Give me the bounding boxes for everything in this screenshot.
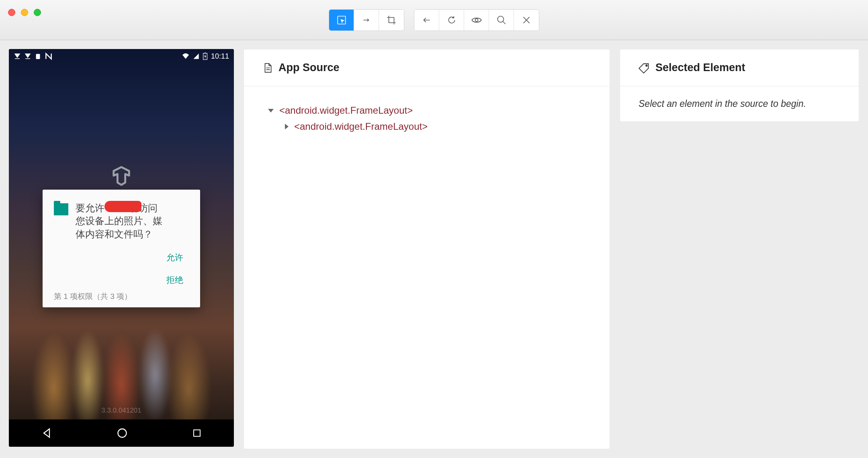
- svg-rect-4: [36, 54, 40, 59]
- svg-point-2: [475, 18, 478, 21]
- mode-button-group: [329, 9, 404, 31]
- permission-counter: 第 1 项权限（共 3 项）: [54, 291, 189, 302]
- app-logo: [110, 166, 133, 188]
- quit-button[interactable]: [514, 10, 539, 31]
- folder-icon: [54, 203, 68, 215]
- svg-point-3: [497, 16, 504, 22]
- tree-node-root: <android.widget.FrameLayout>: [279, 105, 413, 116]
- maximize-window-button[interactable]: [34, 9, 41, 16]
- selected-element-panel: Selected Element Select an element in th…: [620, 49, 859, 122]
- main-content: 10:11 要允许 动访问 您设备上的照片、媒 体内容和文件吗？ 允许 拒: [0, 40, 868, 458]
- permission-text: 要允许 动访问 您设备上的照片、媒 体内容和文件吗？: [76, 202, 162, 241]
- battery-icon: [203, 53, 208, 60]
- svg-rect-8: [194, 430, 200, 436]
- permission-line2: 您设备上的照片、媒: [76, 215, 162, 226]
- redaction-mark: [104, 201, 141, 212]
- swipe-button[interactable]: [354, 10, 379, 31]
- tree-toggle-closed[interactable]: [285, 124, 289, 129]
- file-icon: [262, 63, 273, 73]
- selected-element-title: Selected Element: [655, 61, 745, 74]
- close-icon: [521, 15, 532, 25]
- status-left-icons: [14, 52, 53, 60]
- eye-icon: [471, 14, 482, 26]
- tap-coordinates-button[interactable]: [379, 10, 404, 31]
- tree-node-child: <android.widget.FrameLayout>: [294, 121, 428, 132]
- minimize-window-button[interactable]: [21, 9, 28, 16]
- logo-icon: [110, 166, 133, 186]
- arrow-right-icon: [361, 15, 372, 25]
- permission-body: 要允许 动访问 您设备上的照片、媒 体内容和文件吗？: [54, 202, 189, 241]
- reload-icon: [446, 15, 457, 25]
- tree-toggle-open[interactable]: [268, 109, 274, 112]
- tree-row-root[interactable]: <android.widget.FrameLayout>: [268, 102, 585, 119]
- close-window-button[interactable]: [8, 9, 15, 16]
- version-text: 3.3.0.041201: [101, 407, 141, 415]
- selected-element-header: Selected Element: [620, 49, 859, 86]
- traffic-lights: [8, 9, 41, 16]
- search-button[interactable]: [489, 10, 514, 31]
- svg-rect-6: [205, 53, 206, 53]
- allow-button[interactable]: 允许: [161, 248, 189, 267]
- crop-icon: [386, 15, 397, 25]
- sim-icon: [35, 53, 41, 60]
- svg-rect-1: [389, 17, 394, 22]
- n-icon: [45, 52, 53, 60]
- nav-down-icon: [24, 53, 31, 60]
- arrow-left-icon: [422, 15, 432, 25]
- android-status-bar: 10:11: [9, 49, 234, 63]
- action-button-group: [414, 9, 539, 31]
- search-icon: [496, 15, 507, 25]
- nav-recent-icon[interactable]: [192, 428, 202, 438]
- nav-down-icon: [14, 53, 21, 60]
- app-source-panel: App Source <android.widget.FrameLayout> …: [244, 49, 610, 449]
- svg-point-9: [646, 65, 647, 66]
- select-box-icon: [336, 15, 347, 25]
- wifi-icon: [182, 53, 190, 59]
- refresh-button[interactable]: [439, 10, 464, 31]
- app-source-header: App Source: [244, 49, 610, 86]
- device-screenshot-panel[interactable]: 10:11 要允许 动访问 您设备上的照片、媒 体内容和文件吗？ 允许 拒: [9, 49, 234, 447]
- selected-element-placeholder: Select an element in the source to begin…: [620, 86, 859, 121]
- back-button[interactable]: [414, 10, 439, 31]
- source-tree: <android.widget.FrameLayout> <android.wi…: [244, 86, 610, 151]
- window-titlebar: [0, 0, 868, 40]
- android-nav-bar: [9, 419, 234, 447]
- tree-row-child[interactable]: <android.widget.FrameLayout>: [268, 119, 585, 135]
- signal-icon: [193, 53, 199, 59]
- recording-button[interactable]: [464, 10, 489, 31]
- permission-actions: 允许 拒绝: [54, 248, 189, 290]
- toolbar: [329, 9, 539, 31]
- tag-icon: [639, 62, 650, 74]
- nav-home-icon[interactable]: [117, 427, 128, 439]
- permission-line3: 体内容和文件吗？: [76, 229, 153, 239]
- select-element-button[interactable]: [329, 10, 354, 31]
- permission-line1a: 要允许: [76, 202, 104, 213]
- app-source-title: App Source: [278, 61, 340, 74]
- status-right-icons: 10:11: [182, 52, 229, 61]
- svg-point-7: [118, 429, 127, 438]
- permission-dialog: 要允许 动访问 您设备上的照片、媒 体内容和文件吗？ 允许 拒绝 第 1 项权限…: [43, 190, 200, 307]
- deny-button[interactable]: 拒绝: [161, 270, 189, 290]
- status-time: 10:11: [211, 52, 229, 61]
- nav-back-icon[interactable]: [41, 427, 52, 439]
